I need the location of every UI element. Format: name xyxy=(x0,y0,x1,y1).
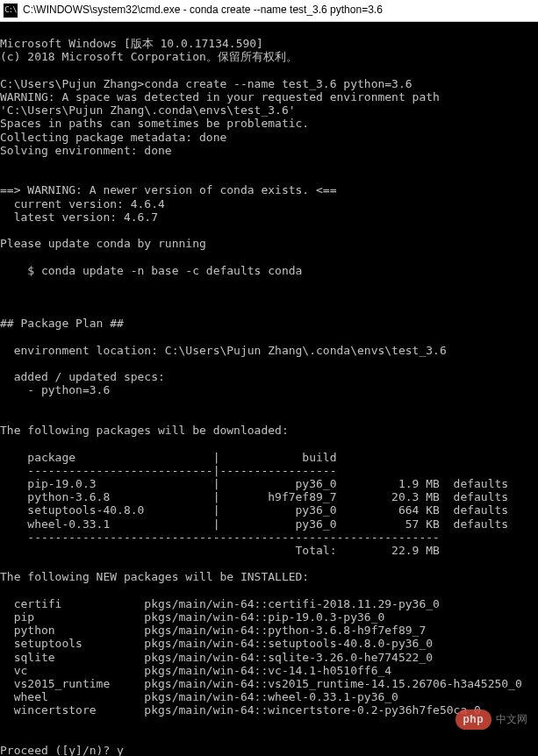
cmd-icon: C:\ xyxy=(4,4,18,18)
output-line: ## Package Plan ## xyxy=(0,317,124,330)
output-line: ==> WARNING: A newer version of conda ex… xyxy=(0,183,337,196)
output-line: - python=3.6 xyxy=(0,383,110,396)
output-line: (c) 2018 Microsoft Corporation。保留所有权利。 xyxy=(0,50,298,63)
watermark-logo: php xyxy=(456,710,492,730)
output-line: vs2015_runtime pkgs/main/win-64::vs2015_… xyxy=(0,677,522,690)
output-line: current version: 4.6.4 xyxy=(0,197,165,210)
output-line: package | build xyxy=(0,451,337,464)
output-line: Microsoft Windows [版本 10.0.17134.590] xyxy=(0,37,263,50)
output-line: The following packages will be downloade… xyxy=(0,424,289,437)
output-line: environment location: C:\Users\Pujun Zha… xyxy=(0,344,447,357)
output-line: WARNING: A space was detected in your re… xyxy=(0,90,440,103)
output-line: 'C:\Users\Pujun Zhang\.conda\envs\test_3… xyxy=(0,103,296,117)
user-input[interactable]: y xyxy=(117,744,124,756)
output-line: setuptools-40.8.0 | py36_0 664 KB defaul… xyxy=(0,503,508,517)
terminal-output[interactable]: Microsoft Windows [版本 10.0.17134.590] (c… xyxy=(0,22,538,756)
proceed-prompt: Proceed ([y]/n)? xyxy=(0,744,117,756)
output-line: Please update conda by running xyxy=(0,237,206,250)
output-line: Total: 22.9 MB xyxy=(0,544,440,557)
output-line: The following NEW packages will be INSTA… xyxy=(0,570,309,583)
output-line: Spaces in paths can sometimes be problem… xyxy=(0,117,309,130)
output-line: latest version: 4.6.7 xyxy=(0,210,158,224)
output-line: setuptools pkgs/main/win-64::setuptools-… xyxy=(0,637,433,650)
window-title: C:\WINDOWS\system32\cmd.exe - conda crea… xyxy=(23,4,383,17)
output-line: wheel-0.33.1 | py36_0 57 KB defaults xyxy=(0,517,508,531)
output-line: added / updated specs: xyxy=(0,370,165,383)
output-line: pip-19.0.3 | py36_0 1.9 MB defaults xyxy=(0,477,508,490)
output-line: ----------------------------------------… xyxy=(0,531,440,544)
output-line: wincertstore pkgs/main/win-64::wincertst… xyxy=(0,703,481,717)
output-line: sqlite pkgs/main/win-64::sqlite-3.26.0-h… xyxy=(0,651,433,664)
watermark-text: 中文网 xyxy=(496,713,527,726)
output-line: vc pkgs/main/win-64::vc-14.1-h0510ff6_4 xyxy=(0,664,391,677)
output-line: pip pkgs/main/win-64::pip-19.0.3-py36_0 xyxy=(0,610,384,624)
output-line: C:\Users\Pujun Zhang>conda create --name… xyxy=(0,77,412,90)
output-line: Solving environment: done xyxy=(0,144,172,157)
output-line: python pkgs/main/win-64::python-3.6.8-h9… xyxy=(0,624,426,637)
watermark: php 中文网 xyxy=(456,710,528,730)
output-line: python-3.6.8 | h9f7ef89_7 20.3 MB defaul… xyxy=(0,490,508,503)
output-line: wheel pkgs/main/win-64::wheel-0.33.1-py3… xyxy=(0,690,398,703)
output-line: ---------------------------|------------… xyxy=(0,464,337,477)
output-line: $ conda update -n base -c defaults conda xyxy=(0,264,302,277)
output-line: Collecting package metadata: done xyxy=(0,131,226,144)
output-line: certifi pkgs/main/win-64::certifi-2018.1… xyxy=(0,597,440,610)
window-titlebar[interactable]: C:\ C:\WINDOWS\system32\cmd.exe - conda … xyxy=(0,0,538,22)
